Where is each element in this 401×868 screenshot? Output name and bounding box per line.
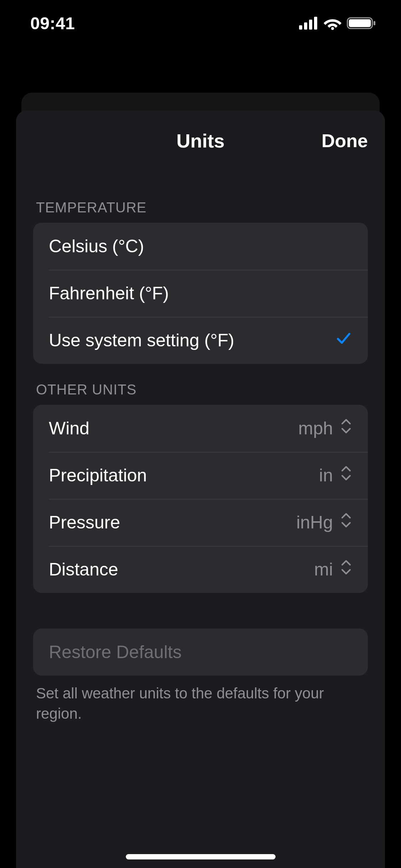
precipitation-row[interactable]: Precipitation in bbox=[33, 452, 368, 499]
svg-rect-2 bbox=[309, 20, 312, 30]
sheet-header: Units Done bbox=[16, 110, 385, 171]
home-indicator bbox=[126, 854, 276, 859]
pressure-row[interactable]: Pressure inHg bbox=[33, 499, 368, 546]
wind-row[interactable]: Wind mph bbox=[33, 405, 368, 452]
distance-value: mi bbox=[314, 559, 333, 580]
precipitation-value-cell: in bbox=[319, 465, 352, 486]
units-sheet: Units Done TEMPERATURE Celsius (°C) Fahr… bbox=[16, 110, 385, 868]
distance-row[interactable]: Distance mi bbox=[33, 546, 368, 593]
up-down-icon bbox=[340, 465, 352, 486]
sheet-content: TEMPERATURE Celsius (°C) Fahrenheit (°F)… bbox=[16, 171, 385, 724]
svg-rect-6 bbox=[349, 19, 371, 27]
temperature-group: Celsius (°C) Fahrenheit (°F) Use system … bbox=[33, 223, 368, 364]
checkmark-icon bbox=[335, 330, 352, 351]
temperature-option-celsius[interactable]: Celsius (°C) bbox=[33, 223, 368, 270]
wind-value: mph bbox=[298, 418, 333, 439]
temperature-option-fahrenheit[interactable]: Fahrenheit (°F) bbox=[33, 270, 368, 317]
other-units-group: Wind mph Precipitation in bbox=[33, 405, 368, 593]
up-down-icon bbox=[340, 559, 352, 580]
svg-rect-0 bbox=[299, 25, 302, 30]
precipitation-value: in bbox=[319, 465, 333, 486]
status-time: 09:41 bbox=[30, 14, 75, 33]
section-header-temperature: TEMPERATURE bbox=[33, 185, 368, 223]
wind-value-cell: mph bbox=[298, 418, 352, 439]
option-label: Fahrenheit (°F) bbox=[49, 283, 169, 304]
pressure-value-cell: inHg bbox=[296, 512, 352, 533]
wind-label: Wind bbox=[49, 418, 89, 439]
battery-icon bbox=[347, 16, 376, 30]
status-indicators bbox=[299, 16, 376, 30]
option-label: Celsius (°C) bbox=[49, 236, 144, 257]
temperature-option-system[interactable]: Use system setting (°F) bbox=[33, 317, 368, 364]
distance-label: Distance bbox=[49, 559, 118, 580]
sheet-title: Units bbox=[176, 130, 225, 152]
restore-defaults-label: Restore Defaults bbox=[49, 642, 181, 662]
pressure-value: inHg bbox=[296, 512, 333, 533]
cellular-icon bbox=[299, 17, 318, 30]
svg-rect-7 bbox=[374, 21, 375, 25]
svg-rect-1 bbox=[304, 22, 307, 30]
wifi-icon bbox=[323, 16, 342, 30]
svg-rect-3 bbox=[314, 17, 317, 30]
distance-value-cell: mi bbox=[314, 559, 352, 580]
status-bar: 09:41 bbox=[0, 0, 401, 46]
svg-point-4 bbox=[331, 27, 334, 30]
up-down-icon bbox=[340, 512, 352, 533]
pressure-label: Pressure bbox=[49, 512, 120, 533]
done-button[interactable]: Done bbox=[322, 130, 368, 151]
option-label: Use system setting (°F) bbox=[49, 330, 234, 351]
up-down-icon bbox=[340, 418, 352, 439]
restore-footer-text: Set all weather units to the defaults fo… bbox=[33, 676, 368, 724]
restore-defaults-button[interactable]: Restore Defaults bbox=[33, 629, 368, 676]
section-header-other-units: OTHER UNITS bbox=[33, 364, 368, 405]
precipitation-label: Precipitation bbox=[49, 465, 147, 486]
